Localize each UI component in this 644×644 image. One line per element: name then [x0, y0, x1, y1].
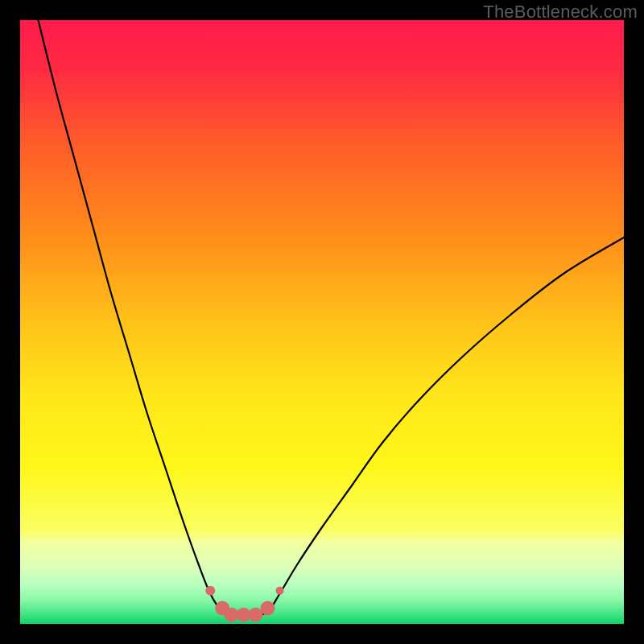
bottleneck-chart — [20, 20, 624, 624]
valley-marker — [205, 586, 215, 596]
valley-marker — [261, 601, 275, 616]
gradient-background — [20, 20, 624, 624]
chart-frame: TheBottleneck.com — [0, 0, 644, 644]
valley-marker — [276, 587, 284, 595]
plot-area — [20, 20, 624, 624]
